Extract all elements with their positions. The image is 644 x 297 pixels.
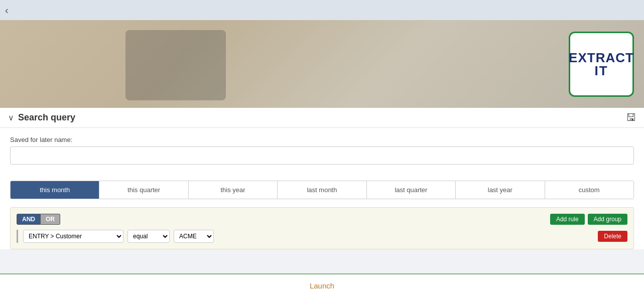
hero-banner: EXTRACT IT [0,20,644,108]
rule-action-buttons: Add rule Add group [550,214,627,225]
launch-button[interactable]: Launch [0,274,644,297]
period-tabs: this month this quarter this year last m… [10,181,634,199]
rule-row: ENTRY > Customer ENTRY > Date ENTRY > Am… [17,230,627,243]
tab-this-quarter[interactable]: this quarter [99,181,188,199]
search-query-left: ∨ Search query [8,112,75,123]
tab-custom[interactable]: custom [545,181,633,199]
hero-logo: EXTRACT IT [569,32,634,97]
search-query-header: ∨ Search query 🖫 [0,108,644,128]
rule-logic-buttons: AND OR [17,214,60,225]
main-content: ∨ Search query 🖫 Saved for later name: t… [0,108,644,249]
form-section: Saved for later name: [0,128,644,173]
hero-calculator [125,30,226,100]
rule-header: AND OR Add rule Add group [17,214,627,225]
add-group-button[interactable]: Add group [588,214,627,225]
collapse-icon[interactable]: ∨ [8,113,14,122]
top-nav: ‹ [0,0,644,20]
tab-this-year[interactable]: this year [189,181,278,199]
rule-builder: AND OR Add rule Add group ENTRY > Custom… [10,207,634,249]
add-rule-button[interactable]: Add rule [550,214,585,225]
or-button[interactable]: OR [41,214,60,225]
back-button[interactable]: ‹ [5,5,9,16]
tab-last-quarter[interactable]: last quarter [367,181,456,199]
back-icon: ‹ [5,5,9,16]
logo-text-it: IT [594,64,608,77]
search-query-title: Search query [18,112,75,123]
saved-name-label: Saved for later name: [10,136,634,143]
delete-button[interactable]: Delete [598,231,627,242]
hero-overlay [0,20,644,108]
field-select[interactable]: ENTRY > Customer ENTRY > Date ENTRY > Am… [23,230,123,243]
operator-select[interactable]: equal not equal contains [127,230,170,243]
logo-text-extract: EXTRACT [569,51,634,64]
and-button[interactable]: AND [17,214,41,225]
value-select[interactable]: ACME Other [174,230,214,243]
saved-name-input[interactable] [10,146,634,165]
tab-last-year[interactable]: last year [456,181,545,199]
tab-last-month[interactable]: last month [278,181,366,199]
launch-section: Launch [0,273,644,297]
save-icon[interactable]: 🖫 [626,112,636,123]
tab-this-month[interactable]: this month [11,181,99,199]
